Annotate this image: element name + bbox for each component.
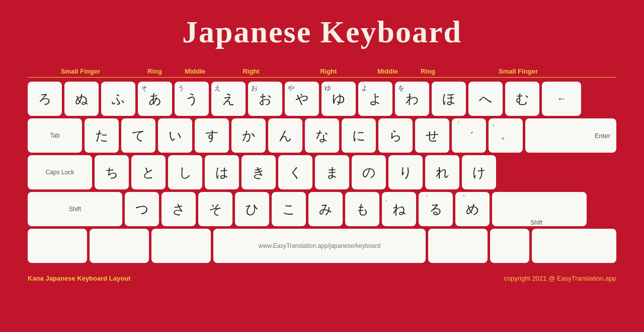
key-ho[interactable]: ほ <box>432 82 466 116</box>
key-ku[interactable]: く <box>278 155 312 189</box>
key-ko[interactable]: こ <box>272 192 306 226</box>
key-shi[interactable]: し <box>168 155 202 189</box>
finger-small-right: Small Finger <box>420 68 616 75</box>
key-bottom-1[interactable] <box>28 229 87 263</box>
key-hi[interactable]: ひ <box>235 192 269 226</box>
key-to[interactable]: と <box>131 155 166 189</box>
key-ra[interactable]: ら <box>378 118 413 153</box>
key-ki[interactable]: き <box>242 155 276 189</box>
key-shift-left[interactable]: Shift <box>28 192 122 226</box>
finger-middle-right: Middle <box>369 68 407 75</box>
key-n[interactable]: ん <box>268 118 302 153</box>
finger-middle-left: Middle <box>176 68 214 75</box>
key-dakuten[interactable]: 「゛ <box>452 118 486 153</box>
footer: Kana Japanese Keyboard Layout copyright … <box>0 265 644 282</box>
key-maru[interactable]: 」。 <box>489 118 523 153</box>
key-ru[interactable]: ゜る <box>419 192 453 226</box>
keyboard-row-3: Caps Lock ち と し は き く ま の り れ け <box>28 155 616 189</box>
key-o[interactable]: おお <box>248 82 282 116</box>
key-mi[interactable]: み <box>308 192 343 226</box>
key-ya[interactable]: やや <box>285 82 319 116</box>
key-na[interactable]: な <box>305 118 339 153</box>
footer-right: copyright 2021 @ EasyTranslation.app <box>504 275 616 282</box>
key-bottom-6[interactable] <box>532 229 616 263</box>
key-ka[interactable]: か <box>231 118 266 153</box>
keyboard-row-4: Shift つ さ そ ひ こ み も 、ね ゜る ゜め Shift <box>28 192 616 226</box>
key-tab[interactable]: Tab <box>28 118 82 153</box>
key-backspace[interactable]: ← <box>542 82 581 116</box>
key-mu[interactable]: む <box>505 82 539 116</box>
key-i[interactable]: い <box>158 118 192 153</box>
finger-right-index-right: Right <box>291 68 366 75</box>
key-chi[interactable]: ち <box>95 155 129 189</box>
key-ma[interactable]: ま <box>315 155 349 189</box>
key-shift-right[interactable]: Shift <box>492 192 587 226</box>
key-ri[interactable]: り <box>388 155 423 189</box>
key-yu[interactable]: ゆゆ <box>321 82 356 116</box>
finger-right-index-left: Right <box>214 68 288 75</box>
key-no[interactable]: の <box>352 155 386 189</box>
key-ke[interactable]: け <box>462 155 496 189</box>
key-caps-lock[interactable]: Caps Lock <box>28 155 92 189</box>
key-ne[interactable]: 、ね <box>382 192 416 226</box>
key-he[interactable]: へ <box>468 82 503 116</box>
key-u[interactable]: うう <box>175 82 209 116</box>
space-url-label: www.EasyTranslation.app/japanese/keyboar… <box>259 242 380 249</box>
key-nu[interactable]: ぬ <box>64 82 99 116</box>
key-re[interactable]: れ <box>425 155 459 189</box>
key-a[interactable]: そあ <box>138 82 172 116</box>
key-bottom-5[interactable] <box>490 229 529 263</box>
finger-labels: Small Finger Ring Middle Right Right Mid… <box>28 60 616 75</box>
key-me[interactable]: ゜め <box>455 192 490 226</box>
key-wa[interactable]: をわ <box>395 82 429 116</box>
key-se[interactable]: せ <box>415 118 449 153</box>
key-yo[interactable]: よよ <box>358 82 392 116</box>
key-mo[interactable]: も <box>345 192 379 226</box>
key-space[interactable]: www.EasyTranslation.app/japanese/keyboar… <box>213 229 426 263</box>
key-bottom-3[interactable] <box>151 229 211 263</box>
footer-left: Kana Japanese Keyboard Layout <box>28 275 130 282</box>
finger-small-left: Small Finger <box>28 68 133 75</box>
key-ha[interactable]: は <box>205 155 239 189</box>
keyboard-container: Small Finger Ring Middle Right Right Mid… <box>0 60 644 263</box>
divider <box>28 77 616 78</box>
key-ro[interactable]: ろ <box>28 82 62 116</box>
key-ni[interactable]: に <box>342 118 376 153</box>
key-e[interactable]: ええ <box>211 82 246 116</box>
key-su[interactable]: す <box>195 118 229 153</box>
key-so[interactable]: そ <box>198 192 232 226</box>
page-title: Japanese Keyboard <box>0 0 644 60</box>
key-enter[interactable]: Enter <box>525 118 616 153</box>
keyboard-row-1: ろ ぬ ふ そあ うう ええ おお やや ゆゆ よよ をわ ほ へ む ← <box>28 82 616 116</box>
key-bottom-4[interactable] <box>428 229 488 263</box>
keyboard-row-2: Tab た て い す か ん な に ら せ 「゛ 」。 Enter <box>28 118 616 153</box>
key-te[interactable]: て <box>121 118 155 153</box>
key-ta[interactable]: た <box>85 118 119 153</box>
finger-ring-left: Ring <box>136 68 174 75</box>
key-fu[interactable]: ふ <box>101 82 135 116</box>
key-bottom-2[interactable] <box>90 229 149 263</box>
key-sa[interactable]: さ <box>162 192 196 226</box>
keyboard-row-5: www.EasyTranslation.app/japanese/keyboar… <box>28 229 616 263</box>
key-tsu[interactable]: つ <box>125 192 159 226</box>
